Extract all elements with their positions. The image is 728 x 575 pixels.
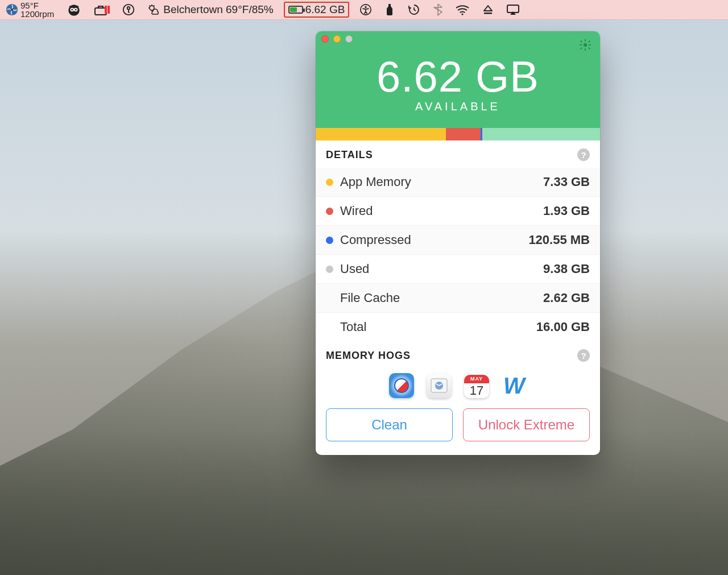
- key-circle-icon: [122, 3, 135, 16]
- header-panel: 6.62 GB AVAILABLE: [316, 46, 600, 128]
- eject-menu-icon[interactable]: [480, 0, 496, 19]
- svg-rect-21: [580, 44, 582, 45]
- bar-seg-free: [482, 128, 600, 140]
- svg-rect-20: [585, 48, 586, 51]
- clock-back-icon: [407, 3, 421, 16]
- onepassword-menu-icon[interactable]: [120, 0, 137, 19]
- wifi-icon: [455, 4, 470, 15]
- bluetooth-icon: [433, 3, 442, 16]
- dot-compressed: [326, 237, 333, 244]
- macos-menubar: 95°F 1200rpm Belchertown 69°F/85% 6.62 G…: [0, 0, 728, 20]
- memory-usage-bar: [316, 128, 600, 140]
- row-file-cache: File Cache 2.62 GB: [316, 283, 600, 312]
- hog-app-calendar[interactable]: MAY 17: [464, 373, 489, 398]
- mail-stamp-icon: [429, 375, 449, 396]
- eject-icon: [482, 4, 494, 15]
- calendar-day: 17: [470, 383, 483, 397]
- row-app-memory: App Memory 7.33 GB: [316, 168, 600, 196]
- svg-rect-9: [107, 6, 110, 14]
- accessibility-menu-icon[interactable]: [357, 0, 374, 19]
- settings-button[interactable]: [578, 38, 592, 55]
- owl-icon: [67, 2, 81, 17]
- fan-icon: [6, 3, 18, 16]
- weather-text: Belchertown 69°F/85%: [163, 3, 273, 16]
- fan-status-menu[interactable]: 95°F 1200rpm: [3, 0, 56, 19]
- calendar-month: MAY: [464, 375, 489, 383]
- airplay-icon: [506, 4, 520, 15]
- svg-rect-19: [585, 39, 586, 42]
- details-section-header: DETAILS ?: [316, 140, 600, 168]
- owl-menu-icon[interactable]: [64, 0, 84, 19]
- svg-point-15: [462, 13, 464, 15]
- toolbox-menu-icon[interactable]: [92, 0, 112, 19]
- dot-used: [326, 266, 333, 273]
- bottle-icon: [384, 3, 395, 16]
- hog-app-w[interactable]: W: [502, 373, 527, 398]
- battery-icon: [288, 6, 303, 14]
- details-help-button[interactable]: ?: [577, 148, 590, 161]
- traffic-light-minimize[interactable]: [333, 35, 341, 43]
- row-used: Used 9.38 GB: [316, 254, 600, 283]
- traffic-light-close[interactable]: [321, 35, 329, 43]
- sun-cloud-icon: [147, 3, 161, 16]
- wifi-menu-icon[interactable]: [453, 0, 472, 19]
- glue-menu-icon[interactable]: [382, 0, 397, 19]
- svg-point-5: [72, 9, 73, 11]
- dot-wired: [326, 208, 333, 215]
- row-total: Total 16.00 GB: [316, 312, 600, 341]
- svg-rect-25: [580, 47, 582, 49]
- hogs-heading: MEMORY HOGS: [326, 350, 411, 362]
- toolbox-icon: [94, 3, 110, 16]
- hogs-help-button[interactable]: ?: [577, 349, 590, 362]
- available-memory-label: AVAILABLE: [316, 100, 600, 113]
- svg-rect-22: [589, 44, 591, 45]
- memory-clean-window: 6.62 GB AVAILABLE DETAILS ? App Memory 7…: [316, 31, 600, 455]
- svg-point-6: [75, 9, 77, 11]
- hog-app-mail[interactable]: [427, 373, 452, 398]
- traffic-light-zoom[interactable]: [345, 35, 353, 43]
- details-heading: DETAILS: [326, 149, 373, 161]
- bar-seg-app-memory: [316, 128, 446, 140]
- cpu-temp: 95°F: [20, 1, 54, 10]
- row-compressed: Compressed 120.55 MB: [316, 225, 600, 254]
- svg-rect-16: [484, 13, 492, 14]
- svg-rect-26: [588, 47, 590, 49]
- window-titlebar[interactable]: [316, 31, 600, 46]
- timemachine-menu-icon[interactable]: [405, 0, 423, 19]
- memory-available-text: 6.62 GB: [305, 3, 345, 16]
- svg-point-14: [365, 6, 367, 8]
- row-wired: Wired 1.93 GB: [316, 196, 600, 225]
- svg-rect-24: [588, 40, 590, 43]
- dot-app-memory: [326, 179, 333, 186]
- svg-point-11: [127, 7, 130, 10]
- bluetooth-menu-icon[interactable]: [431, 0, 445, 19]
- action-buttons: Clean Unlock Extreme: [316, 408, 600, 455]
- unlock-extreme-button[interactable]: Unlock Extreme: [463, 408, 590, 441]
- bar-seg-wired: [446, 128, 481, 140]
- available-memory-value: 6.62 GB: [316, 52, 600, 101]
- svg-rect-23: [580, 40, 582, 43]
- memory-clean-menubar-item[interactable]: 6.62 GB: [284, 2, 350, 18]
- svg-point-18: [584, 43, 587, 47]
- fan-rpm: 1200rpm: [20, 10, 54, 18]
- weather-menu[interactable]: Belchertown 69°F/85%: [145, 0, 275, 19]
- clean-button[interactable]: Clean: [326, 408, 453, 441]
- gear-icon: [578, 38, 592, 52]
- airplay-menu-icon[interactable]: [504, 0, 522, 19]
- hog-app-safari[interactable]: [389, 373, 414, 398]
- memory-hogs-list: MAY 17 W: [316, 369, 600, 408]
- accessibility-icon: [359, 3, 372, 16]
- hogs-section-header: MEMORY HOGS ?: [316, 341, 600, 369]
- svg-rect-8: [105, 6, 107, 14]
